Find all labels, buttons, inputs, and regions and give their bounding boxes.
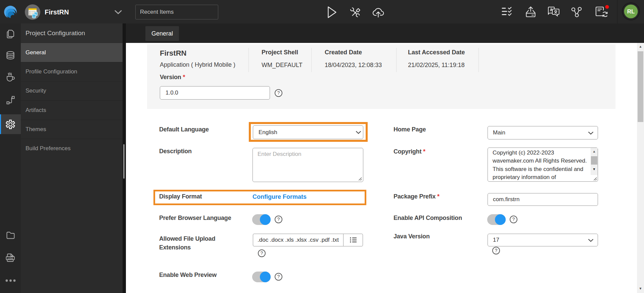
svg-text:LOG: LOG <box>8 257 13 260</box>
svg-text:RL: RL <box>627 8 635 15</box>
